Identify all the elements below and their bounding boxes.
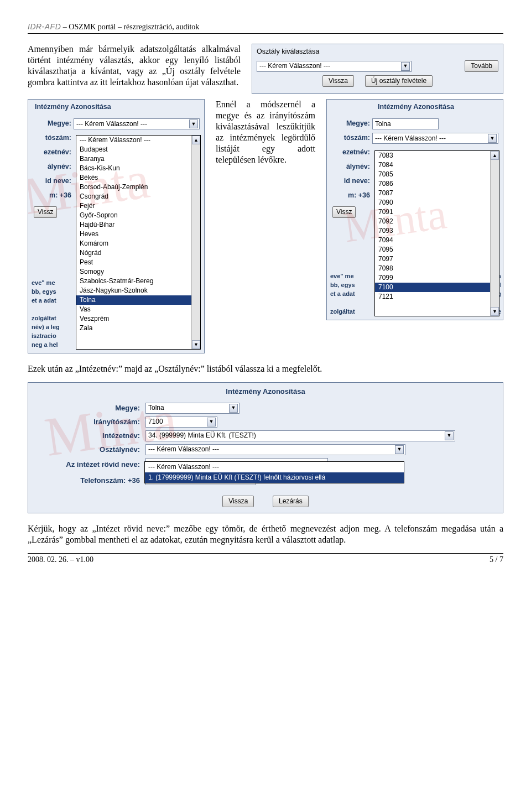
megye-option[interactable]: Zala	[76, 324, 200, 333]
chevron-down-icon: ▼	[401, 62, 410, 71]
form3-label-osztaly: Osztálynév:	[35, 445, 145, 454]
form3-irsz-select[interactable]: 7100▼	[145, 417, 217, 428]
form3-osztaly-select[interactable]: --- Kérem Válasszon! ---▼	[145, 444, 405, 455]
iranyitoszam-option[interactable]: 7083	[375, 151, 499, 160]
cropR-toszam-value: --- Kérem Válasszon! ---	[375, 134, 446, 143]
scroll-down-icon[interactable]: ▼	[491, 307, 499, 316]
paragraph-2: Ennél a módszernél a megye és az irányít…	[216, 99, 315, 165]
cropL-label-m36: m: +36	[28, 191, 74, 200]
iranyitoszam-option[interactable]: 7085	[375, 170, 499, 179]
header-title: – OSZMK portál – részregisztráció, audit…	[63, 23, 200, 31]
cropL-label-toszam: tószám:	[28, 134, 74, 143]
osztaly-option-list[interactable]: --- Kérem Válasszon! ---1. (179999999) M…	[144, 461, 404, 483]
megye-option[interactable]: Somogy	[76, 267, 200, 277]
footer-left: 2008. 02. 26. – v1.00	[28, 555, 93, 565]
cropL-label-idneve: id neve:	[28, 177, 74, 186]
scroll-down-icon[interactable]: ▼	[192, 340, 200, 349]
top-row: Amennyiben már bármelyik adatszolgáltatá…	[28, 44, 503, 96]
cropR-label-megye: Megye:	[327, 119, 372, 128]
megye-option[interactable]: Hajdú-Bihar	[76, 220, 200, 230]
iranyitoszam-option[interactable]: 7100	[375, 283, 499, 292]
megye-option[interactable]: Győr-Sopron	[76, 211, 200, 220]
iranyitoszam-option[interactable]: 7084	[375, 160, 499, 170]
tovabb-button[interactable]: Tovább	[465, 60, 498, 72]
iranyitoszam-option[interactable]: 7097	[375, 254, 499, 264]
megye-option[interactable]: Budapest	[76, 145, 200, 154]
osztaly-select-value: --- Kérem Válasszon! ---	[259, 62, 330, 70]
iranyitoszam-option[interactable]: 7093	[375, 226, 499, 236]
megye-option[interactable]: Fejér	[76, 201, 200, 211]
doc-footer: 2008. 02. 26. – v1.00 5 / 7	[28, 553, 503, 565]
form3-label-rovid: Az intézet rövid neve:	[35, 460, 145, 469]
cropR-vissza-button[interactable]: Vissz	[332, 206, 356, 218]
chevron-down-icon: ▼	[488, 134, 497, 143]
mid-row: Minta Intézmény Azonosítása Megye: --- K…	[28, 99, 503, 353]
osztaly-option[interactable]: --- Kérem Válasszon! ---	[145, 462, 404, 472]
iranyitoszam-option[interactable]: 7099	[375, 273, 499, 283]
megye-option[interactable]: Békés	[76, 173, 200, 183]
paragraph-4: Kérjük, hogy az „Intézet rövid neve:” me…	[28, 523, 503, 545]
cropL-megye-value: --- Kérem Válasszon! ---	[76, 120, 147, 128]
iranyitoszam-option[interactable]: 7086	[375, 179, 499, 189]
iranyitoszam-option[interactable]: 7094	[375, 236, 499, 245]
megye-option[interactable]: Bács-Kis-Kun	[76, 164, 200, 173]
cropL-label-alynev: álynév:	[28, 163, 74, 171]
scroll-up-icon[interactable]: ▲	[192, 136, 200, 144]
form3-intezet-select[interactable]: 34. (999999) Minta EÜ Kft. (TESZT!)▼	[145, 430, 455, 441]
megye-option[interactable]: Veszprém	[76, 314, 200, 324]
megye-option[interactable]: Baranya	[76, 154, 200, 164]
iranyitoszam-listbox[interactable]: 7083708470857086708770907091709270937094…	[374, 150, 499, 316]
form3-heading: Intézmény Azonosítása	[35, 387, 496, 396]
cropR-label-toszam: tószám:	[327, 134, 372, 143]
scrollbar[interactable]: ▲ ▼	[191, 136, 200, 349]
chevron-down-icon: ▼	[395, 445, 404, 454]
intezmeny-azonositasa-form: Minta Intézmény Azonosítása Megye: Tolna…	[28, 382, 503, 514]
megye-option[interactable]: Heves	[76, 230, 200, 239]
iranyitoszam-option[interactable]: 7098	[375, 264, 499, 273]
scrollbar[interactable]: ▲ ▼	[490, 151, 499, 316]
iranyitoszam-option[interactable]: 7095	[375, 245, 499, 254]
megye-option[interactable]: Tolna	[76, 295, 200, 305]
megye-option[interactable]: Borsod-Abaúj-Zemplén	[76, 183, 200, 192]
scroll-up-icon[interactable]: ▲	[491, 151, 499, 160]
osztaly-option[interactable]: 1. (179999999) Minta EÜ Kft (TESZT!) fel…	[145, 472, 404, 483]
megye-option[interactable]: Csongrád	[76, 192, 200, 201]
iranyitoszam-option[interactable]: 7090	[375, 198, 499, 207]
megye-option[interactable]: Nógrád	[76, 248, 200, 258]
form3-vissza-button[interactable]: Vissza	[222, 496, 254, 507]
cropL-megye-select[interactable]: --- Kérem Válasszon! ---▼	[74, 118, 200, 129]
cropR-toszam-select[interactable]: --- Kérem Válasszon! ---▼	[372, 133, 498, 144]
iranyitoszam-option[interactable]: 7091	[375, 207, 499, 217]
cropL-label-megye: Megye:	[28, 119, 74, 128]
uj-osztaly-button[interactable]: Új osztály felvétele	[365, 75, 433, 87]
paragraph-3: Ezek után az „Intézetnév:” majd az „Oszt…	[28, 363, 503, 374]
chevron-down-icon: ▼	[229, 404, 238, 413]
megye-option[interactable]: Vas	[76, 305, 200, 314]
form3-megye-value: Tolna	[148, 404, 164, 412]
cropL-vissza-button[interactable]: Vissz	[34, 206, 57, 218]
cropL-bg-text: eve" mebb, egyset a adat zolgáltatnév) a…	[32, 279, 78, 350]
form3-irsz-value: 7100	[148, 418, 163, 426]
cropR-label-idneve: id neve:	[327, 177, 372, 186]
form3-label-tel: Telefonszám: +36	[35, 476, 145, 485]
form3-lezaras-button[interactable]: Lezárás	[273, 496, 309, 507]
vissza-button[interactable]: Vissza	[322, 75, 354, 87]
megye-option[interactable]: Szabolcs-Szatmár-Bereg	[76, 277, 200, 286]
paragraph-1: Amennyiben már bármelyik adatszolgáltatá…	[28, 44, 241, 88]
panel1-title: Osztály kiválasztása	[257, 48, 498, 56]
megye-listbox[interactable]: --- Kérem Válasszon! --- BudapestBaranya…	[76, 135, 201, 350]
header-idr: IDR-AFD	[28, 22, 61, 31]
form3-megye-select[interactable]: Tolna▼	[145, 403, 240, 414]
cropR-heading: Intézmény Azonosítása	[327, 103, 503, 117]
cropL-label-ezetnev: ezetnév:	[28, 148, 74, 157]
iranyitoszam-option[interactable]: 7092	[375, 217, 499, 226]
form3-label-irsz: Irányítószám:	[35, 418, 145, 426]
megye-option[interactable]: Jász-Nagykun-Szolnok	[76, 286, 200, 295]
megye-option[interactable]: Komárom	[76, 239, 200, 248]
iranyitoszam-option[interactable]: 7121	[375, 292, 499, 301]
iranyitoszam-option[interactable]: 7087	[375, 189, 499, 198]
osztaly-select[interactable]: --- Kérem Válasszon! --- ▼	[257, 61, 412, 72]
cropR-label-m36: m: +36	[327, 191, 372, 200]
form3-osztaly-value: --- Kérem Válasszon! ---	[148, 445, 219, 454]
megye-option[interactable]: Pest	[76, 258, 200, 267]
